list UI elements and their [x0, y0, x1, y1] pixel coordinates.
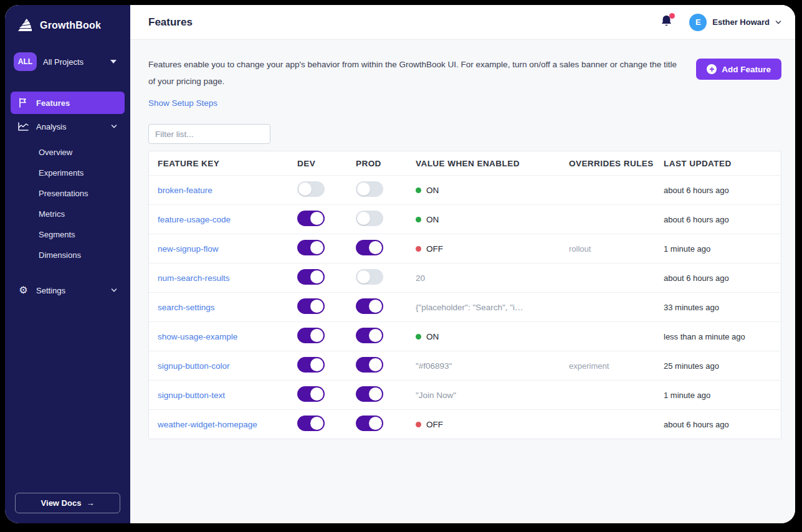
feature-key-link[interactable]: signup-button-color	[158, 361, 230, 371]
status-dot	[416, 246, 421, 252]
last-updated: about 6 hours ago	[664, 273, 772, 283]
sidebar-item-label: Analysis	[36, 122, 66, 131]
sidebar-item-label: Features	[36, 98, 70, 108]
table-body: broken-featureONabout 6 hours agofeature…	[149, 175, 781, 439]
prod-toggle[interactable]	[356, 357, 383, 373]
value-when-enabled: ON	[426, 332, 439, 341]
dev-toggle[interactable]	[297, 269, 325, 285]
user-menu[interactable]: E Esther Howard	[689, 14, 781, 31]
feature-key-link[interactable]: signup-button-text	[158, 391, 225, 400]
value-when-enabled: ON	[426, 215, 439, 224]
overrides-rules: rollout	[569, 244, 664, 254]
value-when-enabled: {"placeholder": "Search", "i…	[416, 303, 523, 312]
status-dot	[416, 188, 421, 193]
feature-key-link[interactable]: num-search-results	[158, 273, 230, 283]
dev-toggle[interactable]	[297, 181, 325, 197]
notifications-button[interactable]	[660, 14, 673, 31]
overrides-rules: experiment	[569, 361, 664, 371]
table-row: show-usage-exampleONless than a minute a…	[149, 321, 781, 351]
logo[interactable]: GrowthBook	[5, 5, 130, 44]
last-updated: 1 minute ago	[664, 391, 772, 400]
app-window: GrowthBook ALL All Projects Features Ana…	[5, 5, 795, 523]
value-when-enabled: OFF	[426, 244, 443, 254]
last-updated: 25 minutes ago	[664, 361, 772, 371]
project-badge: ALL	[14, 52, 37, 71]
show-setup-steps-link[interactable]: Show Setup Steps	[148, 98, 217, 108]
main-panel: Features E Esther Howard Features enable…	[130, 5, 795, 523]
plus-icon: +	[707, 64, 717, 74]
dev-toggle[interactable]	[297, 416, 325, 431]
notification-dot	[669, 13, 675, 19]
table-row: weather-widget-homepageOFFabout 6 hours …	[149, 409, 781, 439]
view-docs-button[interactable]: View Docs →	[15, 493, 120, 513]
table-row: broken-featureONabout 6 hours ago	[149, 175, 781, 204]
feature-key-link[interactable]: search-settings	[158, 303, 215, 312]
sidebar-item-features[interactable]: Features	[11, 92, 125, 114]
table-row: feature-usage-codeONabout 6 hours ago	[149, 204, 781, 234]
add-feature-button[interactable]: + Add Feature	[696, 59, 781, 80]
project-label: All Projects	[43, 57, 104, 67]
table-row: signup-button-text"Join Now"1 minute ago	[149, 380, 781, 409]
sidebar-item-overview[interactable]: Overview	[5, 142, 130, 163]
last-updated: about 6 hours ago	[664, 420, 772, 429]
table-row: new-signup-flowOFFrollout1 minute ago	[149, 234, 781, 263]
feature-key-link[interactable]: new-signup-flow	[158, 244, 219, 254]
project-selector[interactable]: ALL All Projects	[5, 44, 130, 80]
value-when-enabled: "Join Now"	[416, 391, 456, 400]
dev-toggle[interactable]	[297, 386, 325, 402]
logo-text: GrowthBook	[40, 20, 101, 31]
prod-toggle[interactable]	[356, 240, 383, 255]
prod-toggle[interactable]	[356, 211, 383, 226]
column-header: FEATURE KEY	[158, 159, 297, 168]
sidebar-item-presentations[interactable]: Presentations	[5, 183, 130, 204]
sidebar-item-experiments[interactable]: Experiments	[5, 163, 130, 183]
dev-toggle[interactable]	[297, 211, 325, 226]
column-header: DEV	[297, 159, 356, 168]
table-row: search-settings{"placeholder": "Search",…	[149, 292, 781, 321]
feature-key-link[interactable]: broken-feature	[158, 186, 212, 195]
prod-toggle[interactable]	[356, 416, 383, 431]
dev-toggle[interactable]	[297, 298, 325, 314]
avatar: E	[689, 14, 707, 31]
status-dot	[416, 422, 421, 427]
feature-key-link[interactable]: show-usage-example	[158, 332, 237, 341]
value-when-enabled: 20	[416, 273, 425, 283]
feature-key-link[interactable]: weather-widget-homepage	[158, 420, 257, 429]
table-row: num-search-results20about 6 hours ago	[149, 263, 781, 292]
gear-icon: ⚙	[18, 285, 29, 295]
analysis-submenu: Overview Experiments Presentations Metri…	[5, 142, 130, 265]
sidebar-item-metrics[interactable]: Metrics	[5, 204, 130, 224]
dev-toggle[interactable]	[297, 240, 325, 255]
prod-toggle[interactable]	[356, 269, 383, 285]
column-header: VALUE WHEN ENABLED	[416, 159, 569, 168]
sidebar-item-dimensions[interactable]: Dimensions	[5, 245, 130, 265]
sidebar: GrowthBook ALL All Projects Features Ana…	[5, 5, 130, 523]
value-when-enabled: OFF	[426, 420, 443, 429]
table-row: signup-button-color"#f06893"experiment25…	[149, 351, 781, 380]
dev-toggle[interactable]	[297, 357, 325, 373]
chevron-down-icon	[111, 287, 117, 293]
sidebar-item-analysis[interactable]: Analysis	[11, 115, 125, 138]
prod-toggle[interactable]	[356, 298, 383, 314]
dev-toggle[interactable]	[297, 328, 325, 343]
sidebar-nav: Features Analysis Overview Experiments P…	[5, 91, 130, 302]
sidebar-item-segments[interactable]: Segments	[5, 224, 130, 245]
feature-key-link[interactable]: feature-usage-code	[158, 215, 231, 224]
sidebar-item-settings[interactable]: ⚙ Settings	[11, 279, 125, 302]
filter-input[interactable]	[148, 124, 270, 144]
prod-toggle[interactable]	[356, 328, 383, 343]
table-header-row: FEATURE KEYDEVPRODVALUE WHEN ENABLEDOVER…	[149, 151, 781, 175]
arrow-right-icon: →	[86, 498, 94, 508]
prod-toggle[interactable]	[356, 386, 383, 402]
chevron-down-icon	[775, 19, 781, 26]
chevron-down-icon	[111, 123, 117, 130]
sidebar-item-label: Settings	[36, 286, 65, 295]
prod-toggle[interactable]	[356, 181, 383, 197]
value-when-enabled: "#f06893"	[416, 361, 452, 371]
column-header: PROD	[356, 159, 416, 168]
chart-icon	[18, 122, 29, 131]
column-header: LAST UPDATED	[664, 159, 772, 168]
last-updated: 33 minutes ago	[664, 303, 772, 312]
user-name: Esther Howard	[712, 17, 770, 27]
features-table: FEATURE KEYDEVPRODVALUE WHEN ENABLEDOVER…	[148, 151, 781, 439]
